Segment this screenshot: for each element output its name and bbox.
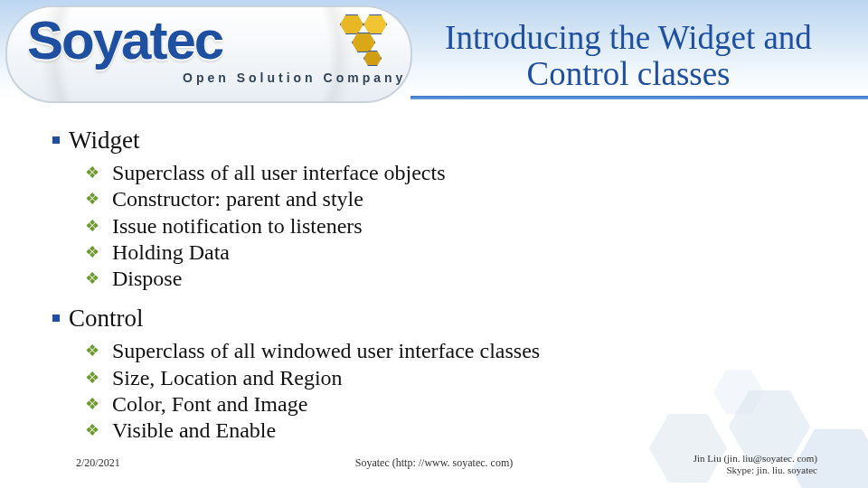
list-item: ❖Holding Data (108, 239, 841, 266)
diamond-icon: ❖ (85, 164, 99, 183)
bullet-text: Size, Location and Region (112, 366, 343, 389)
list-item: ❖Dispose (108, 266, 841, 292)
diamond-icon: ❖ (85, 243, 99, 263)
list-item: ❖Visible and Enable (108, 418, 841, 444)
hex-icon (363, 14, 387, 34)
diamond-icon: ❖ (85, 190, 99, 210)
footer-center: Soyatec (http: //www. soyatec. com) (355, 456, 514, 470)
logo-hex-cluster (338, 14, 389, 65)
hex-icon (352, 33, 375, 52)
diamond-icon: ❖ (85, 342, 99, 361)
diamond-icon: ❖ (85, 217, 99, 237)
list-item: ❖Size, Location and Region (108, 365, 841, 391)
bullet-text: Visible and Enable (112, 418, 276, 442)
slide-title: Introducing the Widget and Control class… (416, 20, 841, 92)
list-item: ❖Issue notification to listeners (108, 213, 841, 239)
diamond-icon: ❖ (85, 421, 99, 441)
accent-divider (410, 96, 868, 99)
bullet-text: Issue notification to listeners (112, 214, 363, 238)
bullet-text: Holding Data (112, 240, 230, 264)
bullet-list-control: ❖Superclass of all windowed user interfa… (108, 338, 841, 444)
list-item: ❖Superclass of all windowed user interfa… (108, 338, 841, 364)
footer-date: 2/20/2021 (76, 456, 120, 470)
bullet-text: Superclass of all user interface objects (112, 161, 446, 184)
footer-author-email: Jin Liu (jin. liu@soyatec. com) (693, 453, 817, 465)
diamond-icon: ❖ (85, 395, 99, 415)
bullet-text: Dispose (112, 267, 182, 290)
bullet-text: Superclass of all windowed user interfac… (112, 339, 540, 362)
logo-tagline: Open Solution Company (183, 70, 406, 85)
section-heading-control: Control (69, 305, 841, 333)
content-body: Widget ❖Superclass of all user interface… (69, 127, 841, 456)
bullet-list-widget: ❖Superclass of all user interface object… (108, 160, 841, 292)
brand-logo: Soyatec Open Solution Company (5, 5, 412, 103)
diamond-icon: ❖ (85, 369, 99, 389)
footer-author: Jin Liu (jin. liu@soyatec. com) Skype: j… (693, 453, 817, 478)
diamond-icon: ❖ (85, 269, 99, 289)
bullet-text: Color, Font and Image (112, 392, 307, 416)
hex-icon (363, 51, 382, 66)
logo-wordmark: Soyatec (27, 9, 222, 71)
list-item: ❖Color, Font and Image (108, 391, 841, 418)
list-item: ❖Superclass of all user interface object… (108, 160, 841, 186)
hex-icon (340, 14, 363, 34)
bullet-text: Constructor: parent and style (112, 187, 363, 211)
slide-footer: 2/20/2021 Soyatec (http: //www. soyatec.… (0, 446, 868, 479)
footer-author-skype: Skype: jin. liu. soyatec (693, 465, 817, 477)
section-heading-widget: Widget (69, 127, 841, 155)
list-item: ❖Constructor: parent and style (108, 186, 841, 212)
